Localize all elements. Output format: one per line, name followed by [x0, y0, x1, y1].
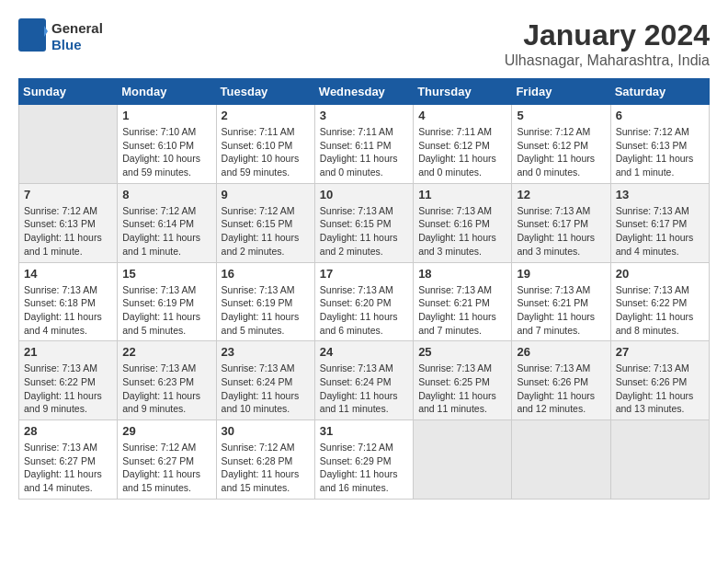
weekday-header-cell: Monday [118, 79, 216, 105]
day-info: Sunrise: 7:12 AM Sunset: 6:29 PM Dayligh… [320, 441, 408, 495]
calendar-day-cell: 4Sunrise: 7:11 AM Sunset: 6:12 PM Daylig… [414, 105, 512, 184]
location-title: Ulhasnagar, Maharashtra, India [505, 52, 710, 69]
month-title: January 2024 [505, 18, 710, 52]
day-number: 2 [222, 109, 310, 122]
day-number: 25 [418, 345, 506, 359]
calendar-day-cell: 27Sunrise: 7:13 AM Sunset: 6:26 PM Dayli… [610, 341, 709, 420]
day-number: 12 [517, 188, 605, 201]
calendar-day-cell [19, 105, 118, 184]
day-number: 22 [122, 345, 210, 359]
day-info: Sunrise: 7:12 AM Sunset: 6:27 PM Dayligh… [122, 441, 210, 495]
calendar-day-cell: 17Sunrise: 7:13 AM Sunset: 6:20 PM Dayli… [314, 262, 413, 341]
logo-text-line1: General [51, 20, 103, 37]
calendar-week-row: 7Sunrise: 7:12 AM Sunset: 6:13 PM Daylig… [19, 183, 710, 262]
day-number: 10 [320, 188, 408, 201]
day-info: Sunrise: 7:13 AM Sunset: 6:18 PM Dayligh… [24, 283, 112, 338]
calendar-week-row: 1Sunrise: 7:10 AM Sunset: 6:10 PM Daylig… [19, 105, 710, 184]
day-info: Sunrise: 7:13 AM Sunset: 6:27 PM Dayligh… [24, 441, 112, 495]
calendar-day-cell: 10Sunrise: 7:13 AM Sunset: 6:15 PM Dayli… [314, 183, 413, 262]
day-number: 15 [122, 267, 210, 281]
calendar-week-row: 21Sunrise: 7:13 AM Sunset: 6:22 PM Dayli… [19, 341, 710, 420]
weekday-header-cell: Tuesday [216, 79, 314, 105]
logo-text-line2: Blue [51, 37, 103, 53]
day-number: 1 [122, 109, 210, 122]
day-number: 4 [418, 109, 506, 122]
weekday-header-cell: Saturday [610, 79, 709, 105]
day-info: Sunrise: 7:13 AM Sunset: 6:26 PM Dayligh… [517, 362, 605, 416]
day-info: Sunrise: 7:13 AM Sunset: 6:23 PM Dayligh… [122, 362, 210, 416]
day-info: Sunrise: 7:13 AM Sunset: 6:25 PM Dayligh… [418, 362, 506, 416]
day-info: Sunrise: 7:12 AM Sunset: 6:13 PM Dayligh… [24, 204, 112, 259]
day-number: 9 [222, 188, 310, 201]
calendar-day-cell: 6Sunrise: 7:12 AM Sunset: 6:13 PM Daylig… [610, 105, 709, 184]
svg-rect-2 [22, 22, 40, 48]
calendar-body: 1Sunrise: 7:10 AM Sunset: 6:10 PM Daylig… [19, 105, 710, 500]
day-number: 21 [24, 345, 112, 359]
weekday-header-cell: Wednesday [314, 79, 413, 105]
calendar-day-cell: 2Sunrise: 7:11 AM Sunset: 6:10 PM Daylig… [216, 105, 314, 184]
calendar-day-cell: 7Sunrise: 7:12 AM Sunset: 6:13 PM Daylig… [19, 183, 118, 262]
day-info: Sunrise: 7:13 AM Sunset: 6:20 PM Dayligh… [320, 283, 408, 338]
day-info: Sunrise: 7:11 AM Sunset: 6:11 PM Dayligh… [320, 125, 408, 179]
day-info: Sunrise: 7:13 AM Sunset: 6:24 PM Dayligh… [320, 362, 408, 416]
logo-icon [18, 18, 48, 52]
day-number: 29 [122, 424, 210, 438]
day-number: 17 [320, 267, 408, 281]
calendar-day-cell: 22Sunrise: 7:13 AM Sunset: 6:23 PM Dayli… [118, 341, 216, 420]
calendar-day-cell: 30Sunrise: 7:12 AM Sunset: 6:28 PM Dayli… [216, 420, 314, 500]
weekday-header-cell: Friday [512, 79, 610, 105]
calendar-day-cell: 15Sunrise: 7:13 AM Sunset: 6:19 PM Dayli… [118, 262, 216, 341]
calendar-day-cell: 29Sunrise: 7:12 AM Sunset: 6:27 PM Dayli… [118, 420, 216, 500]
day-number: 14 [24, 267, 112, 281]
day-info: Sunrise: 7:11 AM Sunset: 6:12 PM Dayligh… [418, 125, 506, 179]
calendar-day-cell: 9Sunrise: 7:12 AM Sunset: 6:15 PM Daylig… [216, 183, 314, 262]
day-number: 30 [222, 424, 310, 438]
day-number: 8 [122, 188, 210, 201]
day-info: Sunrise: 7:12 AM Sunset: 6:14 PM Dayligh… [122, 204, 210, 259]
weekday-header-cell: Thursday [414, 79, 512, 105]
page-header: General Blue January 2024 Ulhasnagar, Ma… [18, 18, 710, 69]
calendar-week-row: 14Sunrise: 7:13 AM Sunset: 6:18 PM Dayli… [19, 262, 710, 341]
calendar-day-cell: 3Sunrise: 7:11 AM Sunset: 6:11 PM Daylig… [314, 105, 413, 184]
calendar-day-cell [610, 420, 709, 500]
calendar-week-row: 28Sunrise: 7:13 AM Sunset: 6:27 PM Dayli… [19, 420, 710, 500]
day-number: 26 [517, 345, 605, 359]
calendar-day-cell: 5Sunrise: 7:12 AM Sunset: 6:12 PM Daylig… [512, 105, 610, 184]
weekday-header-row: SundayMondayTuesdayWednesdayThursdayFrid… [19, 79, 710, 105]
day-info: Sunrise: 7:13 AM Sunset: 6:22 PM Dayligh… [616, 283, 704, 338]
day-info: Sunrise: 7:13 AM Sunset: 6:17 PM Dayligh… [517, 204, 605, 259]
calendar-day-cell: 23Sunrise: 7:13 AM Sunset: 6:24 PM Dayli… [216, 341, 314, 420]
calendar-day-cell: 8Sunrise: 7:12 AM Sunset: 6:14 PM Daylig… [118, 183, 216, 262]
calendar-day-cell: 1Sunrise: 7:10 AM Sunset: 6:10 PM Daylig… [118, 105, 216, 184]
calendar-day-cell: 14Sunrise: 7:13 AM Sunset: 6:18 PM Dayli… [19, 262, 118, 341]
day-info: Sunrise: 7:13 AM Sunset: 6:22 PM Dayligh… [24, 362, 112, 416]
day-number: 23 [222, 345, 310, 359]
day-info: Sunrise: 7:13 AM Sunset: 6:26 PM Dayligh… [616, 362, 704, 416]
title-block: January 2024 Ulhasnagar, Maharashtra, In… [505, 18, 710, 69]
day-number: 19 [517, 267, 605, 281]
day-info: Sunrise: 7:13 AM Sunset: 6:21 PM Dayligh… [517, 283, 605, 338]
calendar-day-cell: 19Sunrise: 7:13 AM Sunset: 6:21 PM Dayli… [512, 262, 610, 341]
logo: General Blue [18, 18, 103, 55]
day-number: 13 [616, 188, 704, 201]
calendar-day-cell: 11Sunrise: 7:13 AM Sunset: 6:16 PM Dayli… [414, 183, 512, 262]
day-number: 11 [418, 188, 506, 201]
day-info: Sunrise: 7:13 AM Sunset: 6:15 PM Dayligh… [320, 204, 408, 259]
day-info: Sunrise: 7:13 AM Sunset: 6:24 PM Dayligh… [222, 362, 310, 416]
calendar-day-cell: 20Sunrise: 7:13 AM Sunset: 6:22 PM Dayli… [610, 262, 709, 341]
calendar-day-cell: 21Sunrise: 7:13 AM Sunset: 6:22 PM Dayli… [19, 341, 118, 420]
day-info: Sunrise: 7:13 AM Sunset: 6:16 PM Dayligh… [418, 204, 506, 259]
calendar-day-cell: 28Sunrise: 7:13 AM Sunset: 6:27 PM Dayli… [19, 420, 118, 500]
calendar-day-cell: 31Sunrise: 7:12 AM Sunset: 6:29 PM Dayli… [314, 420, 413, 500]
weekday-header-cell: Sunday [19, 79, 118, 105]
calendar-day-cell: 25Sunrise: 7:13 AM Sunset: 6:25 PM Dayli… [414, 341, 512, 420]
day-info: Sunrise: 7:13 AM Sunset: 6:19 PM Dayligh… [122, 283, 210, 338]
day-number: 6 [616, 109, 704, 122]
day-number: 24 [320, 345, 408, 359]
calendar-day-cell: 13Sunrise: 7:13 AM Sunset: 6:17 PM Dayli… [610, 183, 709, 262]
calendar-day-cell: 16Sunrise: 7:13 AM Sunset: 6:19 PM Dayli… [216, 262, 314, 341]
day-number: 18 [418, 267, 506, 281]
day-info: Sunrise: 7:13 AM Sunset: 6:21 PM Dayligh… [418, 283, 506, 338]
day-info: Sunrise: 7:10 AM Sunset: 6:10 PM Dayligh… [122, 125, 210, 179]
calendar-day-cell: 26Sunrise: 7:13 AM Sunset: 6:26 PM Dayli… [512, 341, 610, 420]
